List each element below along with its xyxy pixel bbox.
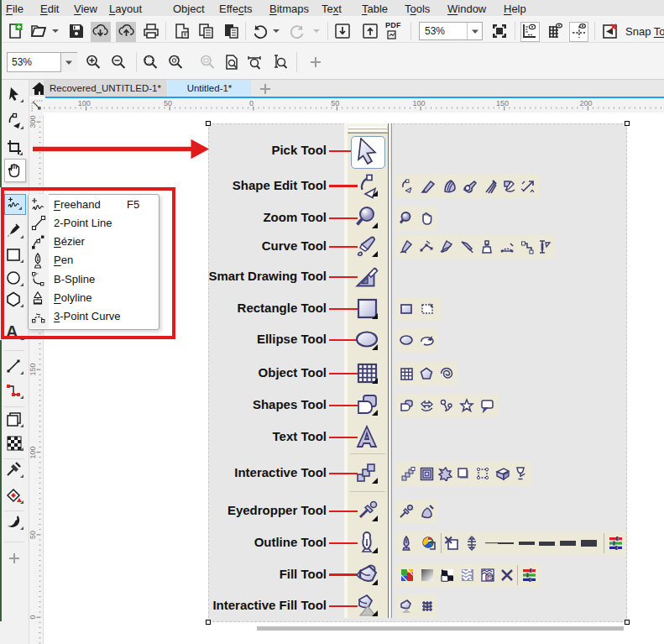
svg-text:PS: PS [487,575,494,580]
